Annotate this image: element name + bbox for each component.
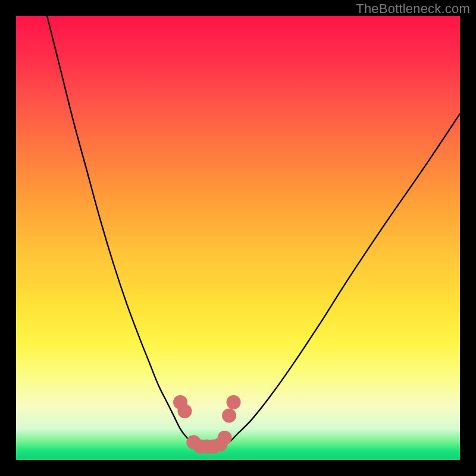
marker-dot: [177, 404, 192, 418]
marker-dot: [222, 408, 236, 422]
watermark-text: TheBottleneck.com: [356, 1, 470, 17]
chart-frame: TheBottleneck.com: [0, 0, 476, 476]
chart-svg: [0, 0, 476, 476]
left-curve: [47, 16, 198, 447]
marker-layer: [173, 395, 241, 454]
marker-dot: [227, 395, 241, 409]
curve-layer: [47, 16, 460, 447]
marker-dot: [218, 431, 232, 445]
right-curve: [220, 114, 460, 447]
